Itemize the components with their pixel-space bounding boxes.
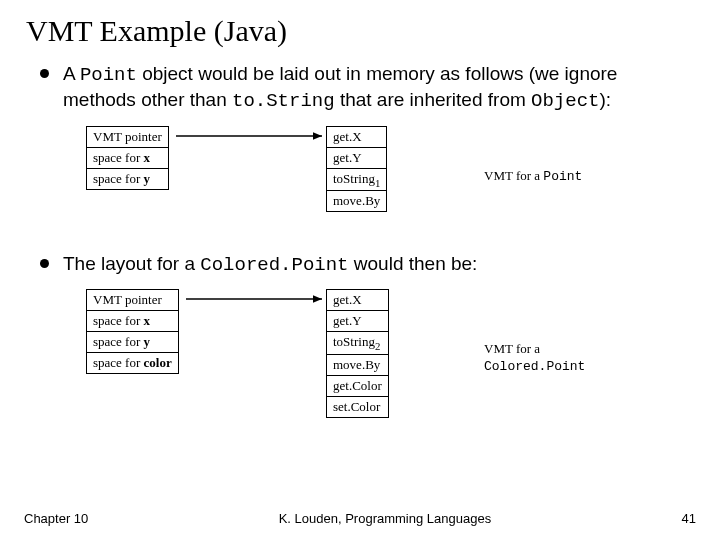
obj-row: space for y: [87, 168, 169, 189]
vmt-row: get.Y: [327, 311, 389, 332]
footer-right: 41: [682, 511, 696, 526]
point-object-table: VMT pointer space for x space for y: [86, 126, 169, 190]
bullet-2: The layout for a Colored.Point would the…: [40, 252, 694, 278]
footer: Chapter 10 K. Louden, Programming Langua…: [0, 511, 720, 526]
cp-object-table: VMT pointer space for x space for y spac…: [86, 289, 179, 374]
vmt-row: get.Color: [327, 375, 389, 396]
page-title: VMT Example (Java): [26, 14, 694, 48]
vmt-row: toString1: [327, 168, 387, 191]
bullet-2-text: The layout for a Colored.Point would the…: [63, 252, 477, 278]
obj-row: VMT pointer: [87, 126, 169, 147]
vmt-row: get.X: [327, 126, 387, 147]
bullet-dot: [40, 69, 49, 78]
obj-row: space for x: [87, 311, 179, 332]
vmt-row: get.X: [327, 290, 389, 311]
cp-vmt-table: get.X get.Y toString2 move.By get.Color …: [326, 289, 389, 418]
vmt-row: move.By: [327, 354, 389, 375]
bullet-1: A Point object would be laid out in memo…: [40, 62, 694, 114]
diagram-coloredpoint: VMT pointer space for x space for y spac…: [86, 285, 694, 455]
obj-row: space for y: [87, 332, 179, 353]
vmt-row: get.Y: [327, 147, 387, 168]
vmt-row: move.By: [327, 191, 387, 212]
point-vmt-table: get.X get.Y toString1 move.By: [326, 126, 387, 213]
cp-caption: VMT for aColored.Point: [484, 341, 585, 376]
bullet-dot: [40, 259, 49, 268]
diagram-point: VMT pointer space for x space for y get.…: [86, 122, 694, 242]
vmt-row: toString2: [327, 332, 389, 355]
obj-row: space for x: [87, 147, 169, 168]
footer-left: Chapter 10: [24, 511, 88, 526]
bullet-1-text: A Point object would be laid out in memo…: [63, 62, 694, 114]
obj-row: VMT pointer: [87, 290, 179, 311]
obj-row: space for color: [87, 353, 179, 374]
point-caption: VMT for a Point: [484, 168, 582, 186]
vmt-row: set.Color: [327, 396, 389, 417]
footer-center: K. Louden, Programming Languages: [279, 511, 491, 526]
